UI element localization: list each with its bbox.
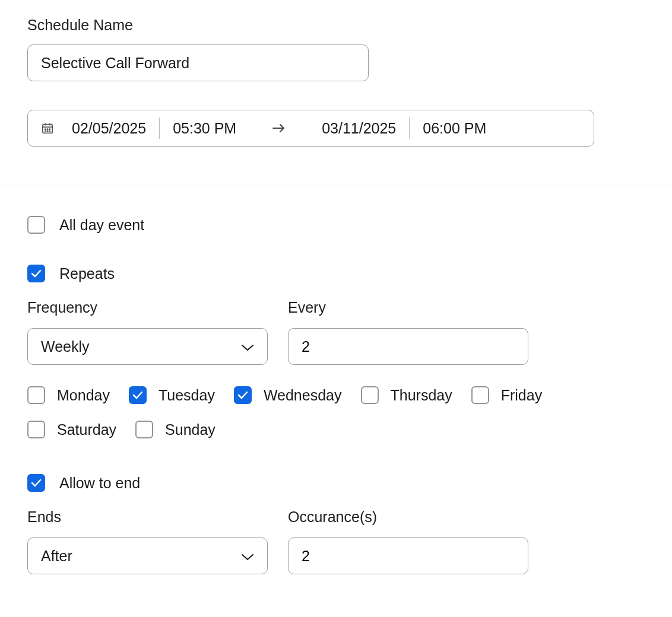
ends-label: Ends [27,508,268,526]
day-label: Monday [57,387,110,404]
chevron-down-icon [241,338,254,355]
divider [159,117,160,139]
day-checkbox-wednesday[interactable] [234,386,252,404]
end-date-value[interactable]: 03/11/2025 [322,120,396,137]
schedule-name-input[interactable] [27,44,369,81]
ends-value: After [41,548,72,565]
every-input[interactable] [288,328,528,365]
schedule-name-label: Schedule Name [27,17,645,34]
day-label: Saturday [57,421,116,438]
day-label: Thursday [391,387,452,404]
day-label: Sunday [165,421,215,438]
arrow-right-icon [272,120,286,137]
all-day-checkbox[interactable] [27,216,45,234]
day-checkbox-saturday[interactable] [27,421,45,438]
day-checkbox-thursday[interactable] [361,386,379,404]
calendar-icon [41,122,54,135]
occurrences-label: Occurance(s) [288,508,528,526]
chevron-down-icon [241,548,254,565]
occurrences-input[interactable] [288,538,528,574]
svg-point-4 [45,129,46,129]
every-label: Every [288,299,528,316]
svg-point-6 [49,129,50,129]
ends-select[interactable]: After [27,538,268,574]
day-checkbox-sunday[interactable] [135,421,153,438]
repeats-checkbox[interactable] [27,265,45,282]
day-checkbox-tuesday[interactable] [129,386,147,404]
svg-point-5 [47,129,47,129]
divider [409,117,410,139]
frequency-label: Frequency [27,299,268,316]
svg-point-7 [45,131,46,131]
day-checkbox-monday[interactable] [27,386,45,404]
frequency-select[interactable]: Weekly [27,328,268,365]
svg-point-9 [49,131,50,131]
day-label: Wednesday [264,387,342,404]
svg-point-8 [47,131,47,131]
repeats-label: Repeats [59,265,115,282]
days-of-week: Monday Tuesday Wednesday Thursday Friday… [27,386,621,438]
day-label: Tuesday [159,387,215,404]
start-time-value[interactable]: 05:30 PM [173,120,236,137]
all-day-label: All day event [59,217,144,234]
allow-end-checkbox[interactable] [27,474,45,492]
end-time-value[interactable]: 06:00 PM [423,120,486,137]
allow-end-label: Allow to end [59,475,140,492]
day-checkbox-friday[interactable] [471,386,489,404]
date-range-picker[interactable]: 02/05/2025 05:30 PM 03/11/2025 06:00 PM [27,110,594,147]
day-label: Friday [501,387,542,404]
frequency-value: Weekly [41,338,90,355]
section-divider [0,186,672,186]
start-date-value[interactable]: 02/05/2025 [72,120,146,137]
